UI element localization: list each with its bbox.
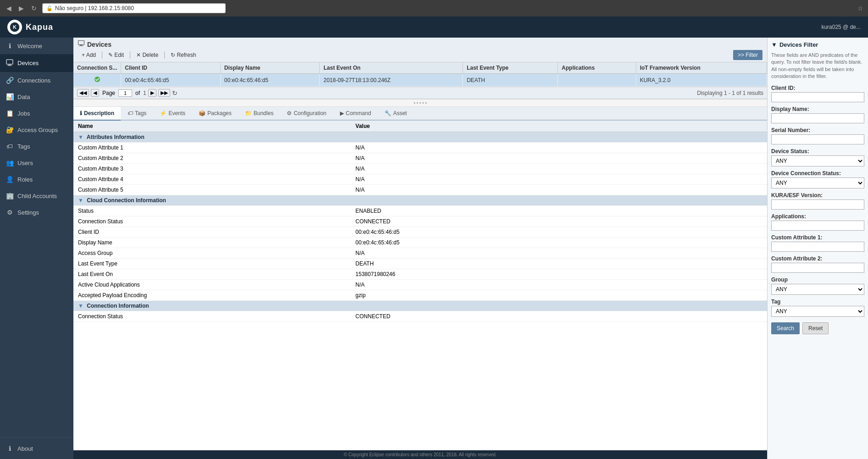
pagination-refresh-button[interactable]: ↻	[172, 89, 178, 97]
content-area: Devices + Add ✎ Edit ✕ Delete ↻ Refresh …	[73, 38, 767, 459]
sidebar-item-users[interactable]: 👥 Users	[0, 155, 73, 171]
sidebar-item-jobs[interactable]: 📋 Jobs	[0, 105, 73, 122]
browser-back-button[interactable]: ◀	[5, 4, 13, 13]
main-layout: ℹ Welcome Devices 🔗 Connections 📊 Data 📋…	[0, 38, 868, 459]
col-connection-status: Connection S...	[73, 62, 121, 74]
sidebar-label-welcome: Welcome	[17, 43, 42, 50]
sidebar-item-connections[interactable]: 🔗 Connections	[0, 72, 73, 88]
svg-rect-7	[79, 46, 83, 46]
tab-configuration[interactable]: ⚙ Configuration	[280, 107, 333, 121]
sidebar-item-settings[interactable]: ⚙ Settings	[0, 204, 73, 221]
sidebar-item-roles[interactable]: 👤 Roles	[0, 171, 73, 188]
detail-name-last-event-type: Last Event Type	[73, 259, 351, 269]
tab-bundles[interactable]: 📁 Bundles	[239, 107, 280, 121]
browser-forward-button[interactable]: ▶	[17, 4, 26, 13]
header-user-label: kura025 @ de...	[821, 24, 861, 30]
svg-rect-5	[78, 41, 84, 45]
delete-button[interactable]: ✕ Delete	[133, 50, 162, 60]
filter-select-connection-status[interactable]: ANY CONNECTED DISCONNECTED	[771, 177, 864, 188]
tab-command[interactable]: ▶ Command	[334, 107, 378, 121]
browser-star-icon[interactable]: ☆	[857, 5, 863, 12]
bundles-tab-icon: 📁	[245, 110, 252, 116]
add-button[interactable]: + Add	[78, 50, 100, 60]
detail-value-payload-encoding: gzip	[351, 290, 767, 301]
attributes-toggle[interactable]: ▼	[78, 134, 83, 140]
tab-tags[interactable]: 🏷 Tags	[121, 107, 153, 121]
filter-input-client-id[interactable]	[771, 92, 864, 102]
tab-description[interactable]: ℹ Description	[73, 107, 121, 121]
last-page-button[interactable]: ▶▶	[158, 89, 170, 97]
first-page-button[interactable]: ◀◀	[77, 89, 89, 97]
refresh-button[interactable]: ↻ Refresh	[167, 50, 200, 60]
packages-tab-label: Packages	[207, 110, 232, 116]
detail-name-custom-attr-5: Custom Attribute 5	[73, 185, 351, 195]
detail-table-header: Name Value	[73, 121, 767, 132]
filter-input-kura-esf[interactable]	[771, 199, 864, 210]
sidebar-label-data: Data	[17, 94, 30, 100]
data-icon: 📊	[6, 93, 14, 100]
toolbar-separator-2	[130, 51, 130, 59]
table-row[interactable]: 00:e0:4c:65:46:d5 00:e0:4c:65:46:d5 2018…	[73, 74, 767, 87]
filter-input-serial-number[interactable]	[771, 134, 864, 144]
next-page-button[interactable]: ▶	[148, 89, 156, 97]
svg-rect-6	[80, 45, 83, 45]
table-body: 00:e0:4c:65:46:d5 00:e0:4c:65:46:d5 2018…	[73, 74, 767, 87]
detail-value-custom-attr-5: N/A	[351, 185, 767, 195]
filter-label-group: Group	[771, 277, 864, 283]
detail-value-custom-attr-2: N/A	[351, 153, 767, 164]
filter-input-applications[interactable]	[771, 221, 864, 231]
filter-select-group[interactable]: ANY	[771, 284, 864, 295]
filter-button[interactable]: >> Filter	[733, 50, 762, 60]
events-tab-icon: ⚡	[160, 110, 167, 116]
kapua-logo-svg: K	[9, 22, 20, 33]
detail-value-connection-status: CONNECTED	[351, 216, 767, 227]
of-label: of	[135, 90, 140, 96]
filter-input-custom-attr-1[interactable]	[771, 242, 864, 252]
svg-rect-3	[8, 65, 11, 66]
col-last-event-on: Last Event On	[320, 62, 463, 74]
filter-select-tag[interactable]: ANY	[771, 306, 864, 317]
pagination-result: Displaying 1 - 1 of 1 results	[697, 90, 763, 96]
filter-search-button[interactable]: Search	[771, 322, 800, 334]
drag-handle[interactable]: • • • • •	[73, 99, 767, 107]
detail-name-connection-status: Connection Status	[73, 216, 351, 227]
browser-address-bar[interactable]: 🔓 Não seguro | 192.168.2.15:8080	[42, 3, 226, 13]
toolbar-separator-1	[102, 51, 102, 59]
detail-name-conn-status: Connection Status	[73, 311, 351, 322]
filter-label-custom-attr-1: Custom Attribute 1:	[771, 234, 864, 241]
sidebar-item-data[interactable]: 📊 Data	[0, 88, 73, 105]
command-tab-label: Command	[346, 110, 371, 116]
sidebar-label-roles: Roles	[17, 176, 33, 183]
cloud-toggle[interactable]: ▼	[78, 197, 83, 204]
sidebar-item-child-accounts[interactable]: 🏢 Child Accounts	[0, 188, 73, 204]
prev-page-button[interactable]: ◀	[91, 89, 99, 97]
tab-asset[interactable]: 🔧 Asset	[378, 107, 413, 121]
sidebar-item-tags[interactable]: 🏷 Tags	[0, 138, 73, 155]
browser-bar: ◀ ▶ ↻ 🔓 Não seguro | 192.168.2.15:8080 ☆	[0, 0, 868, 17]
filter-select-device-status[interactable]: ANY ENABLED DISABLED	[771, 155, 864, 166]
detail-name-custom-attr-1: Custom Attribute 1	[73, 143, 351, 153]
cloud-section-title: Cloud Connection Information	[87, 197, 166, 204]
edit-button[interactable]: ✎ Edit	[105, 50, 128, 60]
connection-info-toggle[interactable]: ▼	[78, 303, 83, 309]
detail-name-custom-attr-2: Custom Attribute 2	[73, 153, 351, 164]
sidebar-item-access-groups[interactable]: 🔐 Access Groups	[0, 122, 73, 138]
page-input[interactable]	[118, 89, 132, 97]
tab-events[interactable]: ⚡ Events	[153, 107, 192, 121]
filter-reset-button[interactable]: Reset	[802, 322, 829, 334]
page-label: Page	[102, 90, 115, 96]
tab-packages[interactable]: 📦 Packages	[192, 107, 238, 121]
detail-row-custom-attr-4: Custom Attribute 4 N/A	[73, 174, 767, 185]
sidebar-item-devices[interactable]: Devices	[0, 54, 73, 72]
tags-tab-icon: 🏷	[128, 110, 133, 116]
sidebar-item-about[interactable]: ℹ About	[0, 440, 73, 457]
filter-input-custom-attr-2[interactable]	[771, 263, 864, 273]
detail-name-status: Status	[73, 206, 351, 216]
configuration-tab-icon: ⚙	[287, 110, 292, 116]
browser-reload-button[interactable]: ↻	[29, 4, 39, 13]
filter-input-display-name[interactable]	[771, 113, 864, 123]
access-groups-icon: 🔐	[6, 126, 14, 133]
sidebar-item-welcome[interactable]: ℹ Welcome	[0, 38, 73, 54]
detail-col-name: Name	[73, 121, 351, 132]
cell-iot-framework: KURA_3.2.0	[636, 74, 767, 87]
